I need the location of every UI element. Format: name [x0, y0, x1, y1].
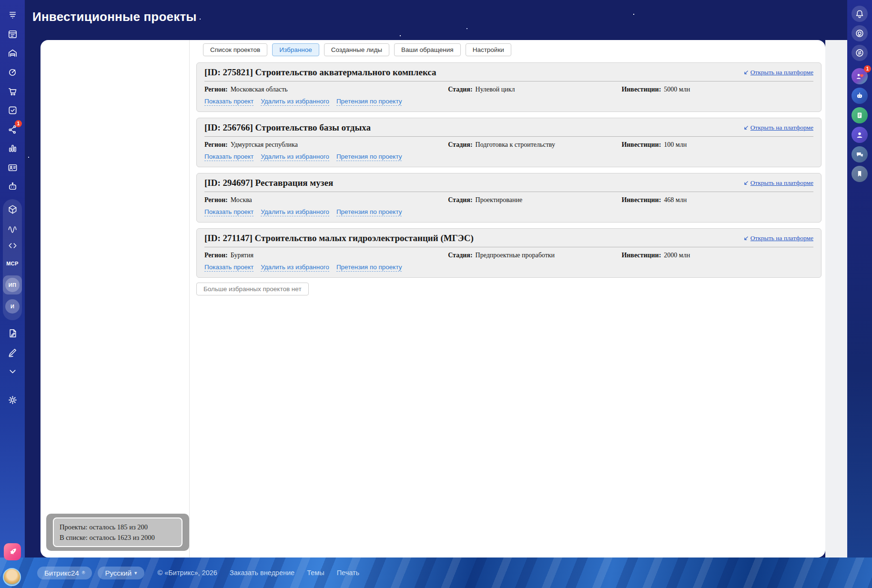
- quota-list-line: В списке: осталось 1623 из 2000: [60, 532, 176, 543]
- copilot-spiral-button[interactable]: [852, 25, 868, 41]
- messenger-sync-button[interactable]: [852, 45, 868, 61]
- print-link[interactable]: Печать: [337, 569, 360, 577]
- project-claim-link[interactable]: Претензия по проекту: [336, 153, 402, 161]
- investment-field: Инвестиции:5000 млн: [621, 86, 813, 93]
- region-value: Москва: [231, 196, 252, 203]
- open-on-platform-label: Открыть на платформе: [750, 179, 813, 187]
- page-gutter: [825, 40, 847, 558]
- region-label: Регион:: [204, 196, 228, 203]
- stage-label: Стадия:: [448, 86, 472, 93]
- show-project-link[interactable]: Показать проект: [204, 153, 253, 161]
- market-cart-icon[interactable]: [6, 85, 19, 97]
- brand-label: Битрикс24: [44, 569, 79, 577]
- feed-icon[interactable]: [6, 9, 19, 21]
- copyright-text: © «Битрикс», 2026: [158, 569, 217, 577]
- stage-field: Стадия:Предпроектные проработки: [448, 252, 621, 259]
- network-share-icon[interactable]: 1: [6, 123, 19, 135]
- chevron-down-icon: ▾: [134, 570, 137, 576]
- document-edit-icon[interactable]: [6, 327, 19, 339]
- copilot-bot-icon[interactable]: [6, 180, 19, 193]
- contacts-card-icon[interactable]: [6, 161, 19, 173]
- project-title: [ID: 256766] Строительство базы отдыха: [204, 122, 371, 133]
- language-selector[interactable]: Русский ▾: [98, 567, 144, 579]
- region-field: Регион:Московская область: [204, 86, 448, 93]
- remove-from-favorites-link[interactable]: Удалить из избранного: [261, 98, 329, 106]
- order-implementation-link[interactable]: Заказать внедрение: [230, 569, 294, 577]
- dev-code-icon[interactable]: [6, 239, 19, 252]
- region-field: Регион:Бурятия: [204, 252, 448, 259]
- remove-from-favorites-link[interactable]: Удалить из избранного: [261, 153, 329, 161]
- quota-projects-line: Проекты: осталось 185 из 200: [60, 522, 176, 532]
- remove-from-favorites-link[interactable]: Удалить из избранного: [261, 264, 329, 272]
- support-avatar[interactable]: [852, 127, 868, 143]
- chat-avatar[interactable]: [852, 146, 868, 162]
- news-avatar[interactable]: [852, 107, 868, 123]
- language-label: Русский: [105, 569, 132, 577]
- stage-value: Предпроектные проработки: [476, 252, 555, 259]
- open-on-platform-label: Открыть на платформе: [750, 234, 813, 242]
- settings-gear-icon[interactable]: [6, 394, 19, 406]
- region-label: Регион:: [204, 252, 228, 259]
- bookmark-avatar[interactable]: [852, 166, 868, 182]
- open-on-platform-link[interactable]: Открыть на платформе: [743, 69, 813, 76]
- notifications-bell-button[interactable]: [852, 6, 868, 22]
- open-on-platform-link[interactable]: Открыть на платформе: [743, 179, 813, 187]
- stage-value: Подготовка к строительству: [476, 141, 555, 148]
- project-claim-link[interactable]: Претензия по проекту: [336, 208, 402, 216]
- open-on-platform-label: Открыть на платформе: [750, 69, 813, 76]
- drive-icon[interactable]: [6, 47, 19, 59]
- chevron-down-icon[interactable]: [6, 365, 19, 377]
- stage-label: Стадия:: [448, 196, 472, 203]
- mcp-app-item[interactable]: МСР: [6, 257, 19, 270]
- open-on-platform-link[interactable]: Открыть на платформе: [743, 124, 813, 132]
- investment-label: Инвестиции:: [621, 141, 661, 148]
- reg-mark: ®: [82, 570, 85, 575]
- page-title: Инвестиционные проекты: [32, 10, 197, 24]
- external-arrow-icon: [743, 236, 749, 241]
- rocket-promo-button[interactable]: [4, 543, 21, 560]
- planner-icon[interactable]: [6, 28, 19, 40]
- project-claim-link[interactable]: Претензия по проекту: [336, 264, 402, 272]
- quota-box: Проекты: осталось 185 из 200 В списке: о…: [46, 514, 189, 551]
- analytics-chart-icon[interactable]: [6, 142, 19, 154]
- sign-pen-icon[interactable]: [6, 346, 19, 358]
- market-box-icon[interactable]: [6, 203, 19, 215]
- show-project-link[interactable]: Показать проект: [204, 98, 253, 106]
- project-title: [ID: 271147] Строительство малых гидроэл…: [204, 233, 474, 243]
- no-more-favorites-button[interactable]: Больше избранных проектов нет: [196, 283, 309, 295]
- tab-5[interactable]: Настройки: [466, 43, 511, 56]
- show-project-link[interactable]: Показать проект: [204, 208, 253, 216]
- tab-3[interactable]: Созданные лиды: [324, 43, 389, 56]
- tasks-check-icon[interactable]: [6, 104, 19, 116]
- external-arrow-icon: [743, 125, 749, 131]
- crm-assistant-avatar[interactable]: 1: [852, 68, 868, 84]
- sign-waves-icon[interactable]: [6, 221, 19, 233]
- investment-label: Инвестиции:: [621, 252, 661, 259]
- project-list: [ID: 275821] Строительство акватермально…: [196, 62, 821, 278]
- page-footer: Битрикс24® Русский ▾ © «Битрикс», 2026 З…: [0, 558, 872, 588]
- tab-bar: Список проектовИзбранноеСозданные лидыВа…: [203, 43, 821, 56]
- stage-value: Проектирование: [476, 196, 523, 203]
- crm-target-icon[interactable]: [6, 66, 19, 78]
- open-on-platform-link[interactable]: Открыть на платформе: [743, 234, 813, 242]
- bot-avatar[interactable]: [852, 88, 868, 104]
- ip-app-item-label: ИП: [9, 282, 16, 288]
- tab-2[interactable]: Избранное: [272, 43, 319, 56]
- i-app-item[interactable]: И: [5, 299, 20, 314]
- region-value: Удмуртская республика: [231, 141, 298, 148]
- ip-app-item[interactable]: ИП: [5, 278, 20, 292]
- themes-link[interactable]: Темы: [307, 569, 324, 577]
- tab-4[interactable]: Ваши обращения: [394, 43, 461, 56]
- remove-from-favorites-link[interactable]: Удалить из избранного: [261, 208, 329, 216]
- quota-counters: Проекты: осталось 185 из 200 В списке: о…: [53, 517, 183, 547]
- stage-label: Стадия:: [448, 141, 472, 148]
- tab-1[interactable]: Список проектов: [203, 43, 267, 56]
- right-sidebar-rail: 1: [847, 0, 872, 558]
- show-project-link[interactable]: Показать проект: [204, 264, 253, 272]
- bitrix24-brand-button[interactable]: Битрикс24®: [37, 567, 92, 579]
- region-value: Московская область: [231, 86, 288, 93]
- user-avatar[interactable]: [3, 568, 21, 586]
- investment-field: Инвестиции:2000 млн: [621, 252, 813, 259]
- project-claim-link[interactable]: Претензия по проекту: [336, 98, 402, 106]
- main-content: Список проектовИзбранноеСозданные лидыВа…: [190, 40, 825, 558]
